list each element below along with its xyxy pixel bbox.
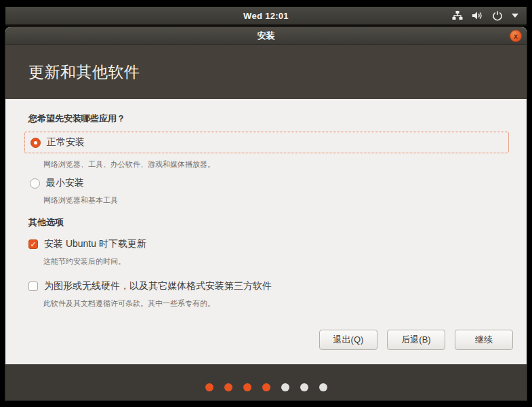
titlebar: 安装 x	[5, 27, 527, 45]
progress-dot	[300, 383, 308, 391]
network-icon[interactable]	[452, 10, 463, 21]
page-header: 更新和其他软件	[5, 45, 527, 99]
chevron-down-icon[interactable]	[512, 14, 518, 18]
progress-dot	[281, 383, 289, 391]
back-button[interactable]: 后退(B)	[387, 330, 445, 350]
progress-dot	[243, 383, 251, 391]
checkbox-label[interactable]: 为图形或无线硬件，以及其它媒体格式安装第三方软件	[44, 280, 272, 292]
quit-button[interactable]: 退出(Q)	[319, 330, 377, 350]
continue-button[interactable]: 继续	[455, 330, 513, 350]
checkbox-download-updates[interactable]: ✓ 安装 Ubuntu 时下载更新	[28, 238, 509, 250]
progress-dot	[262, 383, 270, 391]
checkbox-label[interactable]: 安装 Ubuntu 时下载更新	[44, 238, 146, 250]
progress-footer	[5, 364, 527, 400]
radio-option-normal-install[interactable]: 正常安装	[24, 132, 509, 153]
question-heading: 您希望先安装哪些应用？	[28, 113, 509, 125]
system-tray[interactable]	[452, 7, 518, 24]
volume-icon[interactable]	[472, 10, 483, 21]
progress-dot	[319, 383, 327, 391]
checkbox-third-party[interactable]: 为图形或无线硬件，以及其它媒体格式安装第三方软件	[28, 280, 509, 292]
close-button[interactable]: x	[510, 30, 522, 42]
other-options-heading: 其他选项	[28, 216, 509, 229]
button-row: 退出(Q) 后退(B) 继续	[319, 330, 513, 350]
system-bar: Wed 12:01	[5, 7, 527, 26]
radio-selected-icon[interactable]	[30, 138, 41, 148]
progress-dot	[205, 383, 213, 391]
page-title: 更新和其他软件	[28, 62, 140, 83]
window-title: 安装	[258, 30, 275, 42]
checkbox-checked-icon[interactable]: ✓	[28, 239, 38, 249]
clock[interactable]: Wed 12:01	[243, 11, 289, 21]
checkbox-description: 此软件及其文档遵循许可条款。其中一些系专有的。	[43, 298, 509, 309]
progress-dot	[224, 383, 232, 391]
content-area: 您希望先安装哪些应用？ 正常安装 网络浏览器、工具、办公软件、游戏和媒体播放器。…	[5, 99, 527, 364]
option-description: 网络浏览器、工具、办公软件、游戏和媒体播放器。	[43, 159, 509, 170]
radio-unselected-icon[interactable]	[30, 178, 40, 189]
radio-option-minimal-install[interactable]: 最小安装	[28, 177, 509, 189]
installer-window: 安装 x 更新和其他软件 您希望先安装哪些应用？ 正常安装 网络浏览器、工具、办…	[5, 27, 527, 400]
option-description: 网络浏览器和基本工具	[43, 195, 509, 206]
radio-label[interactable]: 最小安装	[46, 177, 84, 189]
power-icon[interactable]	[492, 10, 503, 21]
checkbox-description: 这能节约安装后的时间。	[43, 256, 509, 267]
radio-label[interactable]: 正常安装	[47, 136, 85, 149]
checkbox-unchecked-icon[interactable]	[28, 282, 38, 291]
